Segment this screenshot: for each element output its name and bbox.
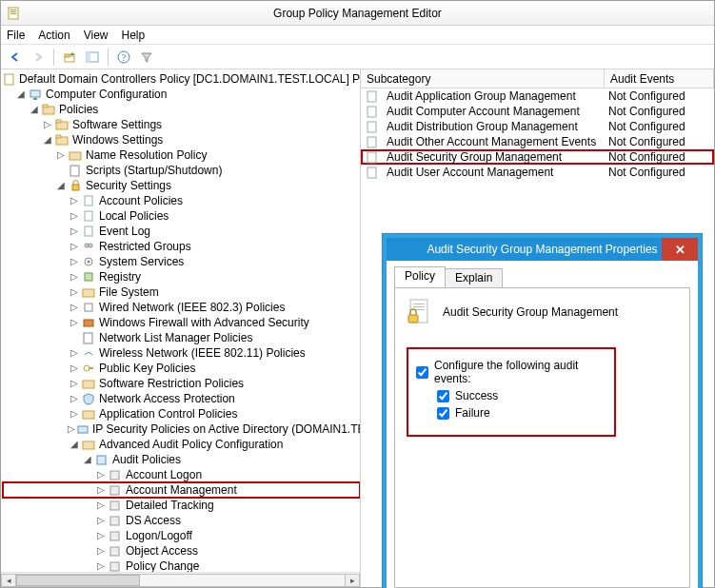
tree-item[interactable]: Scripts (Startup/Shutdown) — [86, 163, 222, 178]
expand-icon[interactable]: ▷ — [68, 423, 75, 436]
tree-root[interactable]: Default Domain Controllers Policy [DC1.D… — [19, 71, 360, 87]
collapse-icon[interactable]: ◢ — [68, 439, 80, 451]
expand-icon[interactable]: ▷ — [68, 317, 80, 329]
expand-icon[interactable]: ▷ — [68, 210, 80, 223]
scroll-left-button[interactable]: ◂ — [1, 574, 16, 587]
collapse-icon[interactable]: ◢ — [41, 134, 53, 147]
scroll-right-button[interactable]: ▸ — [345, 574, 360, 587]
tree-item[interactable]: Policy Change — [126, 559, 199, 572]
list-row-audit-security-group[interactable]: Audit Security Group ManagementNot Confi… — [361, 149, 714, 165]
show-hide-tree-button[interactable] — [82, 47, 103, 68]
tree-item[interactable]: Account Policies — [99, 193, 183, 208]
up-button[interactable] — [59, 47, 80, 68]
menu-view[interactable]: View — [84, 29, 109, 42]
expand-icon[interactable]: ▷ — [94, 560, 107, 573]
collapse-icon[interactable]: ◢ — [81, 454, 93, 466]
tree-item[interactable]: Detailed Tracking — [126, 498, 214, 513]
tree-pane: Default Domain Controllers Policy [DC1.D… — [1, 69, 361, 587]
tree-item[interactable]: Logon/Logoff — [126, 528, 192, 543]
expand-icon[interactable]: ▷ — [68, 378, 80, 390]
help-button[interactable]: ? — [113, 47, 134, 68]
tree-item[interactable]: Policies — [59, 102, 98, 117]
tree-item[interactable]: Application Control Policies — [99, 406, 237, 421]
tab-policy[interactable]: Policy — [394, 266, 446, 287]
success-input[interactable] — [437, 390, 449, 402]
dialog-titlebar[interactable]: Audit Security Group Management Properti… — [387, 238, 698, 261]
tree-item[interactable]: Object Access — [126, 543, 198, 559]
success-checkbox[interactable]: Success — [437, 389, 606, 402]
expand-icon[interactable]: ▷ — [94, 500, 107, 512]
tree-item[interactable]: Windows Firewall with Advanced Security — [99, 315, 309, 330]
expand-icon[interactable]: ▷ — [41, 119, 53, 131]
failure-input[interactable] — [437, 407, 449, 420]
tree-item[interactable]: Audit Policies — [112, 452, 181, 467]
expand-icon[interactable]: ▷ — [68, 302, 80, 314]
audit-icon — [94, 452, 109, 467]
tree-item[interactable]: Software Restriction Policies — [99, 376, 244, 391]
tree-item[interactable]: Event Log — [99, 224, 150, 239]
horizontal-scrollbar[interactable]: ◂ ▸ — [1, 572, 360, 587]
expand-icon[interactable]: ▷ — [68, 408, 80, 421]
tree-item-account-management[interactable]: Account Management — [126, 482, 237, 498]
expand-icon[interactable]: ▷ — [68, 363, 80, 375]
tree-item[interactable]: File System — [99, 284, 159, 300]
policy-tree[interactable]: Default Domain Controllers Policy [DC1.D… — [1, 69, 360, 572]
expand-icon[interactable]: ▷ — [68, 256, 80, 268]
tree-item[interactable]: Name Resolution Policy — [86, 147, 207, 163]
close-button[interactable]: ✕ — [662, 238, 698, 261]
configure-events-checkbox[interactable]: Configure the following audit events: — [416, 359, 606, 385]
expand-icon[interactable]: ▷ — [94, 530, 107, 542]
filter-button[interactable] — [136, 47, 157, 68]
expand-icon[interactable]: ▷ — [68, 225, 80, 238]
expand-icon[interactable]: ▷ — [94, 545, 107, 558]
tree-item[interactable]: IP Security Policies on Active Directory… — [92, 421, 360, 437]
failure-checkbox[interactable]: Failure — [437, 406, 606, 420]
expand-icon[interactable]: ▷ — [94, 484, 107, 497]
tree-item[interactable]: Registry — [99, 269, 141, 284]
tree-item[interactable]: Local Policies — [99, 208, 169, 224]
menu-help[interactable]: Help — [122, 29, 146, 42]
configure-events-input[interactable] — [416, 366, 428, 379]
tree-item[interactable]: Network Access Protection — [99, 391, 235, 406]
list-row[interactable]: Audit Distribution Group ManagementNot C… — [361, 119, 714, 134]
scroll-thumb[interactable] — [16, 575, 140, 586]
tree-item[interactable]: System Services — [99, 254, 184, 269]
collapse-icon[interactable]: ◢ — [54, 180, 67, 192]
tree-item[interactable]: Computer Configuration — [46, 87, 167, 102]
expand-icon[interactable]: ▷ — [68, 271, 80, 284]
tree-item[interactable]: Software Settings — [72, 117, 162, 132]
collapse-icon[interactable]: ◢ — [14, 88, 27, 101]
expand-icon[interactable]: ▷ — [68, 393, 80, 405]
expand-icon[interactable]: ▷ — [68, 286, 80, 299]
list-row[interactable]: Audit User Account ManagementNot Configu… — [361, 165, 714, 180]
back-button[interactable] — [5, 47, 26, 68]
list-row[interactable]: Audit Other Account Management EventsNot… — [361, 134, 714, 149]
list-row[interactable]: Audit Computer Account ManagementNot Con… — [361, 104, 714, 119]
tab-explain[interactable]: Explain — [445, 268, 503, 287]
tree-item[interactable]: Wireless Network (IEEE 802.11) Policies — [99, 345, 306, 361]
expand-icon[interactable]: ▷ — [68, 195, 80, 207]
tree-item[interactable]: Network List Manager Policies — [99, 330, 252, 345]
tree-item[interactable]: DS Access — [126, 513, 181, 528]
collapse-icon[interactable]: ◢ — [28, 104, 40, 116]
expand-icon[interactable]: ▷ — [94, 469, 107, 481]
column-subcategory[interactable]: Subcategory — [361, 69, 605, 88]
expand-icon[interactable]: ▷ — [94, 515, 107, 527]
list-row[interactable]: Audit Application Group ManagementNot Co… — [361, 88, 714, 104]
column-audit-events[interactable]: Audit Events — [605, 69, 714, 88]
menu-action[interactable]: Action — [38, 29, 70, 42]
expand-icon[interactable]: ▷ — [68, 241, 80, 253]
scroll-track[interactable] — [16, 574, 345, 587]
tree-item[interactable]: Wired Network (IEEE 802.3) Policies — [99, 300, 285, 315]
tree-item[interactable]: Account Logon — [126, 467, 202, 482]
tree-item[interactable]: Advanced Audit Policy Configuration — [99, 437, 283, 452]
expand-icon[interactable]: ▷ — [54, 149, 67, 162]
expand-icon[interactable]: ▷ — [68, 347, 80, 360]
menu-file[interactable]: File — [7, 29, 25, 42]
forward-button[interactable] — [28, 47, 49, 68]
tree-item[interactable]: Public Key Policies — [99, 361, 195, 376]
subcategory-list: Audit Application Group ManagementNot Co… — [361, 88, 714, 180]
tree-item[interactable]: Windows Settings — [72, 132, 163, 147]
tree-item[interactable]: Security Settings — [86, 178, 171, 193]
tree-item[interactable]: Restricted Groups — [99, 239, 191, 254]
